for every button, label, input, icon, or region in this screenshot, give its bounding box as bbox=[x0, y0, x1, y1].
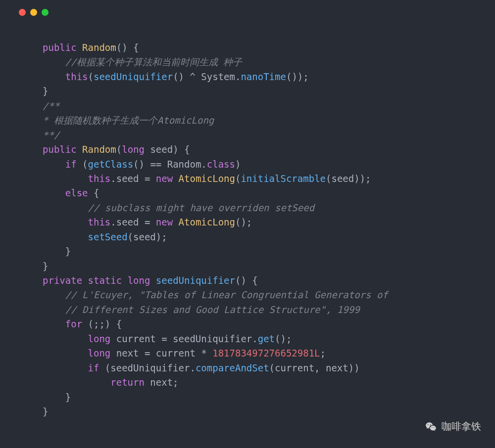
wechat-icon bbox=[425, 420, 438, 433]
this-keyword: this bbox=[65, 71, 88, 82]
punc: current = seedUniquifier. bbox=[110, 333, 257, 344]
close-dot[interactable] bbox=[19, 9, 26, 16]
punc: (seed); bbox=[128, 231, 167, 242]
punc: } bbox=[65, 246, 71, 257]
punc: ; bbox=[320, 348, 326, 358]
punc: () { bbox=[116, 42, 139, 53]
maximize-dot[interactable] bbox=[42, 9, 49, 16]
punc: ( bbox=[82, 159, 88, 170]
this-keyword: this bbox=[88, 217, 111, 227]
keyword: static bbox=[88, 275, 122, 286]
keyword: for bbox=[65, 318, 82, 329]
punc: () == Random. bbox=[133, 159, 207, 170]
type: AtomicLong bbox=[179, 173, 235, 184]
punc: (seedUniquifier. bbox=[99, 362, 195, 373]
punc: } bbox=[43, 86, 48, 96]
minimize-dot[interactable] bbox=[30, 9, 37, 16]
type: AtomicLong bbox=[179, 217, 235, 227]
keyword: public bbox=[43, 144, 77, 155]
keyword: new bbox=[156, 173, 173, 184]
func: getClass bbox=[88, 159, 134, 170]
comment: **/ bbox=[43, 130, 59, 140]
func: seedUniquifier bbox=[94, 71, 173, 82]
func: initialScramble bbox=[241, 173, 326, 184]
punc: } bbox=[65, 392, 71, 403]
punc: next; bbox=[145, 377, 179, 388]
punc: } bbox=[43, 261, 48, 271]
punc: (;;) { bbox=[82, 318, 122, 329]
keyword: new bbox=[156, 217, 173, 227]
keyword: private bbox=[43, 275, 82, 286]
punc: ( bbox=[88, 71, 94, 82]
punc: ( bbox=[116, 144, 122, 155]
punc: .seed = bbox=[110, 217, 156, 227]
code-editor: public Random() { //根据某个种子算法和当前时间生成 种子 t… bbox=[0, 16, 495, 419]
punc: { bbox=[88, 187, 99, 198]
punc: (); bbox=[275, 333, 292, 344]
punc: .seed = bbox=[110, 173, 156, 184]
punc: (seed)); bbox=[326, 173, 371, 184]
func: compareAndSet bbox=[196, 362, 269, 373]
keyword: if bbox=[65, 159, 77, 170]
comment: * 根据随机数种子生成一个AtomicLong bbox=[43, 115, 214, 126]
punc: next = current * bbox=[110, 348, 212, 358]
keyword: public bbox=[43, 42, 77, 53]
keyword: long bbox=[128, 275, 150, 286]
keyword: long bbox=[88, 333, 111, 344]
type: Random bbox=[82, 144, 116, 155]
keyword: class bbox=[207, 159, 235, 170]
keyword: long bbox=[88, 348, 111, 358]
this-keyword: this bbox=[88, 173, 111, 184]
keyword: return bbox=[110, 377, 145, 388]
comment: // L'Ecuyer, "Tables of Linear Congruent… bbox=[65, 289, 388, 300]
punc: ) bbox=[235, 159, 241, 170]
func: seedUniquifier bbox=[156, 275, 235, 286]
punc: } bbox=[43, 406, 48, 417]
comment: // Different Sizes and Good Lattice Stru… bbox=[65, 304, 360, 315]
comment: //根据某个种子算法和当前时间生成 种子 bbox=[65, 56, 242, 67]
punc: () { bbox=[235, 275, 258, 286]
punc: ( bbox=[235, 173, 241, 184]
func: setSeed bbox=[88, 231, 128, 242]
watermark-text: 咖啡拿铁 bbox=[442, 419, 481, 434]
punc: (current, next)) bbox=[269, 362, 360, 373]
keyword: if bbox=[88, 362, 99, 373]
punc: (); bbox=[235, 217, 252, 227]
punc: seed) { bbox=[145, 144, 190, 155]
keyword: long bbox=[122, 144, 145, 155]
punc: ()); bbox=[286, 71, 309, 82]
func: get bbox=[258, 333, 275, 344]
watermark: 咖啡拿铁 bbox=[425, 419, 481, 434]
punc: () ^ System. bbox=[173, 71, 241, 82]
keyword: else bbox=[65, 187, 88, 198]
comment: /** bbox=[43, 100, 59, 111]
comment: // subclass might have overriden setSeed bbox=[88, 202, 315, 213]
window-controls bbox=[0, 0, 495, 16]
type: Random bbox=[82, 42, 116, 53]
func: nanoTime bbox=[241, 71, 286, 82]
number-literal: 181783497276652981L bbox=[212, 348, 320, 358]
